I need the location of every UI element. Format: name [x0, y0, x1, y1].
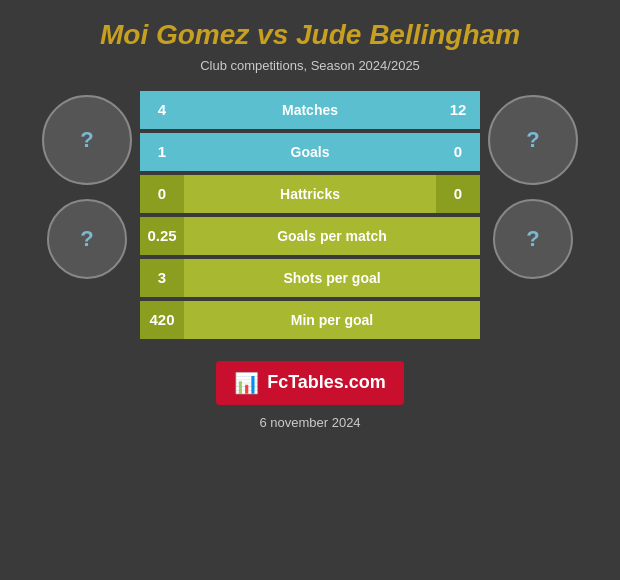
stat-row-matches: 4 Matches 12 — [140, 91, 480, 129]
logo-text: FcTables.com — [267, 372, 386, 393]
player-left-question-top: ? — [80, 127, 93, 153]
player-right-question-bottom: ? — [526, 226, 539, 252]
goals-value-right: 0 — [436, 133, 480, 171]
player-right-avatar-top: ? — [488, 95, 578, 185]
stat-row-goals-per-match: 0.25 Goals per match — [140, 217, 480, 255]
logo-icon: 📊 — [234, 371, 259, 395]
hattricks-value-left: 0 — [140, 175, 184, 213]
matches-value-left: 4 — [140, 91, 184, 129]
matches-label: Matches — [184, 91, 436, 129]
shots-per-goal-label: Shots per goal — [184, 259, 480, 297]
main-content: ? ? 4 Matches 12 1 Goals 0 0 Hattricks 0… — [0, 91, 620, 339]
left-player-column: ? ? — [42, 91, 132, 279]
goals-per-match-label: Goals per match — [184, 217, 480, 255]
logo-section[interactable]: 📊 FcTables.com — [216, 361, 404, 405]
goals-per-match-value-left: 0.25 — [140, 217, 184, 255]
player-left-avatar-top: ? — [42, 95, 132, 185]
goals-value-left: 1 — [140, 133, 184, 171]
stat-row-shots-per-goal: 3 Shots per goal — [140, 259, 480, 297]
right-player-column: ? ? — [488, 91, 578, 279]
stat-row-min-per-goal: 420 Min per goal — [140, 301, 480, 339]
player-right-question-top: ? — [526, 127, 539, 153]
stats-section: 4 Matches 12 1 Goals 0 0 Hattricks 0 0.2… — [140, 91, 480, 339]
shots-per-goal-value-left: 3 — [140, 259, 184, 297]
matches-value-right: 12 — [436, 91, 480, 129]
goals-label: Goals — [184, 133, 436, 171]
date-text: 6 november 2024 — [259, 415, 360, 430]
player-left-question-bottom: ? — [80, 226, 93, 252]
hattricks-value-right: 0 — [436, 175, 480, 213]
min-per-goal-value-left: 420 — [140, 301, 184, 339]
hattricks-label: Hattricks — [184, 175, 436, 213]
stat-row-goals: 1 Goals 0 — [140, 133, 480, 171]
player-right-avatar-bottom: ? — [493, 199, 573, 279]
stat-row-hattricks: 0 Hattricks 0 — [140, 175, 480, 213]
min-per-goal-label: Min per goal — [184, 301, 480, 339]
subtitle: Club competitions, Season 2024/2025 — [200, 58, 420, 73]
bottom-section: 📊 FcTables.com 6 november 2024 — [216, 345, 404, 430]
player-left-avatar-bottom: ? — [47, 199, 127, 279]
page-title: Moi Gomez vs Jude Bellingham — [100, 18, 520, 52]
